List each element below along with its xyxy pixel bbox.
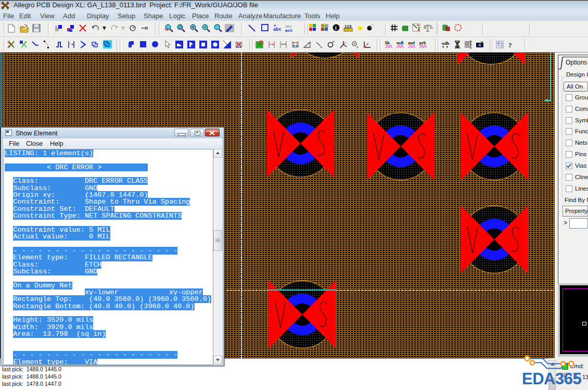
svg-text:lib: lib <box>385 41 390 45</box>
svg-text:mdl: mdl <box>397 41 404 45</box>
svg-text:0,0: 0,0 <box>293 44 298 48</box>
svg-text:prb: prb <box>419 41 426 45</box>
svg-text:odb: odb <box>442 41 450 46</box>
svg-text:ach: ach <box>285 28 292 33</box>
svg-text:aud: aud <box>408 41 415 45</box>
svg-text:abc: abc <box>273 27 282 32</box>
svg-text:?: ? <box>508 41 512 49</box>
svg-text:EDA365: EDA365 <box>522 370 581 388</box>
svg-text:i: i <box>335 25 337 31</box>
